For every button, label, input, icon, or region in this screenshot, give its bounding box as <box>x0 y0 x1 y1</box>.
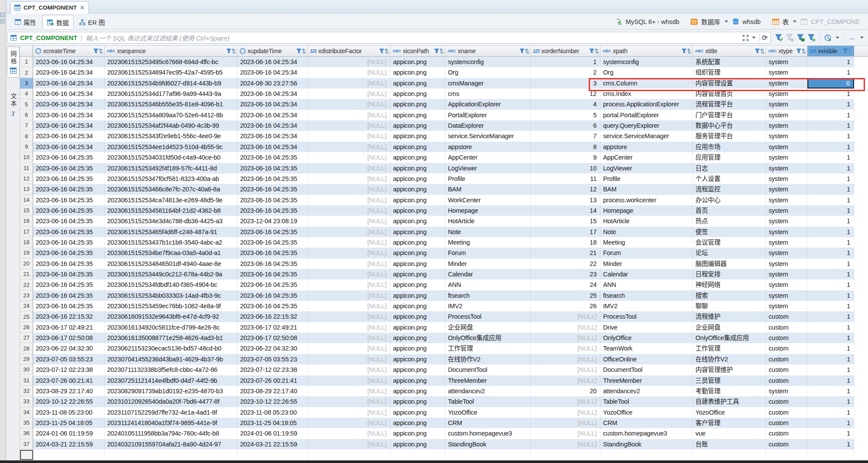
cell-xupdateTime[interactable]: 2023-06-16 04:25:35 <box>237 248 308 258</box>
cell-xupdateTime[interactable]: 2023-07-05 03:55:23 <box>237 354 308 364</box>
cell-xvisible[interactable]: 1 <box>807 67 854 78</box>
cell-xvisible[interactable]: 1 <box>807 428 854 439</box>
column-header-xpath[interactable]: ABCxpath <box>600 46 693 56</box>
connection-name[interactable]: MySQL 8+ - whsdb <box>626 18 679 25</box>
row-number[interactable]: 9 <box>20 142 33 152</box>
row-number[interactable]: 12 <box>20 174 33 184</box>
row-number[interactable]: 34 <box>20 407 33 418</box>
cell-xtype[interactable]: system <box>766 279 807 290</box>
cell-xiconPath[interactable]: appicon.png <box>390 428 445 439</box>
row-number[interactable]: 10 <box>20 152 33 163</box>
cell-xupdateTime[interactable]: 2023-06-16 04:25:35 <box>237 237 308 248</box>
cell-xorderNumber[interactable]: 15 <box>531 216 600 226</box>
cell-xupdateTime[interactable]: 2024-01-06 01:19:59 <box>237 428 308 439</box>
cell-xsequence[interactable]: 2023061515253466c8e7fc-207c-40a6-8a <box>105 184 237 194</box>
cell-xiconPath[interactable]: appicon.png <box>390 248 445 258</box>
cell-xsequence[interactable]: 2023061515253492f4f189-57fc-4411-8d <box>105 163 237 174</box>
cell-xorderNumber[interactable]: [NULL] <box>531 322 600 333</box>
cell-xcreateTime[interactable]: 2023-06-16 04:25:35 <box>33 216 105 226</box>
filter-input[interactable]: CPT_COMPONENT | 输入一个 SQL 表达式来过滤结果 (使用 Ct… <box>7 32 771 44</box>
cell-xpath[interactable]: ANN <box>600 279 693 290</box>
cell-xpath[interactable]: OfficeOnline <box>600 354 693 364</box>
cell-xsequence[interactable]: 2023061515253495c67668-694d-4ffc-bc <box>105 57 237 67</box>
cell-xdistributeFactor[interactable]: [NULL] <box>308 131 390 141</box>
cell-xorderNumber[interactable]: [NULL] <box>531 428 600 439</box>
cell-xcreateTime[interactable]: 2023-06-16 04:25:34 <box>33 110 105 120</box>
cell-xpath[interactable]: ThreeMember <box>600 375 693 386</box>
cell-xpath[interactable]: YozoOffice <box>600 407 693 418</box>
cell-xtitle[interactable]: 首页 <box>693 205 766 216</box>
filter-sort-icon[interactable] <box>589 48 599 54</box>
cell-xiconPath[interactable]: appicon.png <box>390 301 445 311</box>
cell-xvisible[interactable]: 1 <box>807 142 854 152</box>
cell-xupdateTime[interactable]: 2023-06-16 04:25:35 <box>237 290 308 301</box>
cell-xvisible[interactable]: 1 <box>807 322 854 333</box>
cell-xtitle[interactable]: 数据中心平台 <box>693 120 766 131</box>
cell-xpath[interactable]: OnlyOffice <box>600 333 693 343</box>
row-number[interactable]: 25 <box>20 311 33 322</box>
column-header-xtitle[interactable]: ABCxtitle <box>693 46 766 56</box>
cell-xtype[interactable]: custom <box>766 333 807 343</box>
cell-xname[interactable]: 在线协作V2 <box>445 354 531 364</box>
cell-xupdateTime[interactable]: 2023-11-08 05:23:00 <box>237 407 308 418</box>
cell-xiconPath[interactable]: appicon.png <box>390 89 445 99</box>
cell-xiconPath[interactable]: appicon.png <box>390 67 445 78</box>
cell-xname[interactable]: Homepage <box>445 205 531 216</box>
cell-xcreateTime[interactable]: 2023-06-16 04:25:35 <box>33 290 105 301</box>
cell-xdistributeFactor[interactable]: [NULL] <box>308 354 390 364</box>
cell-xtype[interactable]: custom <box>766 343 807 354</box>
cell-xtype[interactable]: system <box>766 152 807 163</box>
cell-xpath[interactable]: AppCenter <box>600 152 693 163</box>
column-header-xorderNumber[interactable]: 123xorderNumber <box>531 46 600 56</box>
row-number[interactable]: 22 <box>20 279 33 290</box>
cell-xorderNumber[interactable]: 25 <box>531 290 600 301</box>
cell-xiconPath[interactable]: appicon.png <box>390 216 445 226</box>
cell-xdistributeFactor[interactable]: [NULL] <box>308 78 390 89</box>
cell-xcreateTime[interactable]: 2024-01-06 01:19:59 <box>33 428 105 439</box>
tab-properties[interactable]: 属性 <box>10 15 41 29</box>
cell-xupdateTime[interactable]: 2023-06-16 04:25:34 <box>237 57 308 67</box>
chevron-down-icon[interactable] <box>752 37 756 39</box>
cell-xpath[interactable]: StandingBook <box>600 439 693 449</box>
cell-xtitle[interactable]: 在线协作V2 <box>693 354 766 364</box>
cell-xsequence[interactable]: 2023061515253437b1c1b8-3540-4abc-a2 <box>105 237 237 248</box>
cell-xtitle[interactable]: 个人设置 <box>693 174 766 184</box>
column-header-xdistributeFactor[interactable]: 123xdistributeFactor <box>308 46 390 56</box>
row-number[interactable]: 21 <box>20 269 33 279</box>
cell-xvisible[interactable]: 1 <box>807 195 854 205</box>
cell-xname[interactable]: Minder <box>445 259 531 269</box>
cell-xiconPath[interactable]: appicon.png <box>390 386 445 396</box>
row-number[interactable]: 19 <box>20 248 33 258</box>
cell-xiconPath[interactable]: appicon.png <box>390 333 445 343</box>
execution-time-icon[interactable] <box>824 34 832 41</box>
restore-view-icon[interactable] <box>0 13 5 17</box>
cell-xcreateTime[interactable]: 2023-06-16 04:25:35 <box>33 237 105 248</box>
cell-xiconPath[interactable]: appicon.png <box>390 99 445 109</box>
cell-xtype[interactable]: system <box>766 237 807 248</box>
filter-sort-icon[interactable] <box>843 48 852 54</box>
cell-xpath[interactable]: portal.PortalExplorer <box>600 110 693 120</box>
cell-xtype[interactable]: system <box>766 99 807 109</box>
cell-xpath[interactable]: Calendar <box>600 269 693 279</box>
cell-xvisible[interactable]: 1 <box>807 216 854 226</box>
cell-xtype[interactable]: system <box>766 205 807 216</box>
column-header-xvisible[interactable]: 123xvisible <box>807 46 854 56</box>
cell-xpath[interactable]: DocumentTool <box>600 364 693 375</box>
cell-xdistributeFactor[interactable]: [NULL] <box>308 375 390 386</box>
cell-xtype[interactable]: system <box>766 163 807 174</box>
cell-xcreateTime[interactable]: 2023-06-16 04:25:34 <box>33 142 105 152</box>
row-number[interactable]: 17 <box>20 227 33 237</box>
cell-xpath[interactable]: attendancev2 <box>600 386 693 396</box>
cell-xorderNumber[interactable]: [NULL] <box>531 396 600 407</box>
cell-xdistributeFactor[interactable]: [NULL] <box>308 163 390 174</box>
cell-xsequence[interactable]: 20230829091739ab1d0192-e235-4870-b3 <box>105 386 237 396</box>
cell-xpath[interactable]: query.QueryExplorer <box>600 120 693 131</box>
row-number[interactable]: 2 <box>20 67 33 78</box>
cell-xtitle[interactable]: 神经网络 <box>693 279 766 290</box>
cell-xcreateTime[interactable]: 2023-06-16 04:25:34 <box>33 78 105 89</box>
cell-xname[interactable]: ftsearch <box>445 290 531 301</box>
cell-xsequence[interactable]: 202306151525348947ec95-42a7-4595-b5 <box>105 67 237 78</box>
cell-xiconPath[interactable]: appicon.png <box>390 259 445 269</box>
cell-xvisible[interactable]: 1 <box>807 205 854 216</box>
cell-xupdateTime[interactable]: 2023-06-16 04:25:35 <box>237 301 308 311</box>
